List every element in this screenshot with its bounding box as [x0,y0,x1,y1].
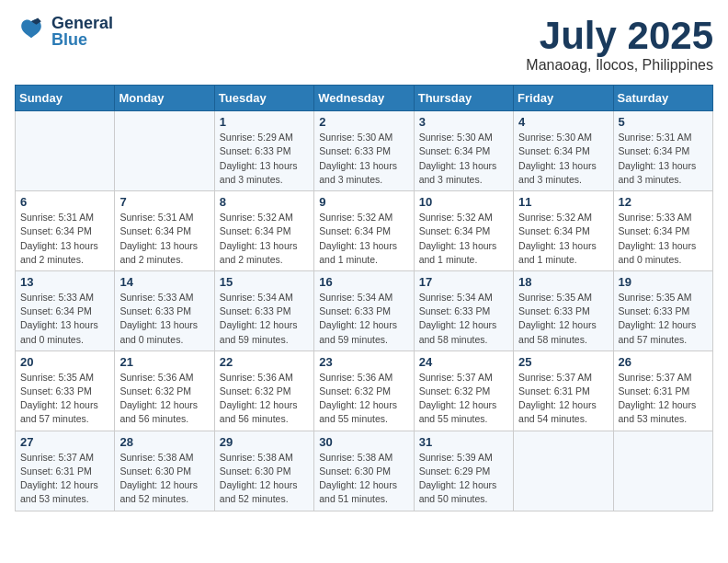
day-number: 19 [619,275,708,289]
day-info: Sunrise: 5:37 AM Sunset: 6:31 PM Dayligh… [518,371,608,427]
calendar-cell: 26Sunrise: 5:37 AM Sunset: 6:31 PM Dayli… [613,350,712,431]
logo-icon [15,15,48,48]
day-number: 25 [518,355,608,369]
calendar-cell: 30Sunrise: 5:38 AM Sunset: 6:30 PM Dayli… [314,431,414,511]
day-info: Sunrise: 5:38 AM Sunset: 6:30 PM Dayligh… [319,451,408,507]
day-number: 7 [119,195,209,209]
calendar-table: SundayMondayTuesdayWednesdayThursdayFrid… [15,85,713,511]
week-row-4: 20Sunrise: 5:35 AM Sunset: 6:33 PM Dayli… [16,350,713,431]
calendar-cell: 3Sunrise: 5:30 AM Sunset: 6:34 PM Daylig… [414,111,513,191]
calendar-cell: 17Sunrise: 5:34 AM Sunset: 6:33 PM Dayli… [414,270,513,350]
day-info: Sunrise: 5:30 AM Sunset: 6:34 PM Dayligh… [518,131,608,187]
col-header-tuesday: Tuesday [214,86,313,111]
calendar-cell: 14Sunrise: 5:33 AM Sunset: 6:33 PM Dayli… [115,270,214,350]
logo-text-block: General Blue [51,15,113,48]
logo: General Blue [15,15,113,48]
day-number: 9 [319,195,408,209]
page-header: General Blue July 2025 Manaoag, Ilocos, … [15,15,713,74]
day-info: Sunrise: 5:31 AM Sunset: 6:34 PM Dayligh… [619,131,708,187]
calendar-cell: 6Sunrise: 5:31 AM Sunset: 6:34 PM Daylig… [16,191,115,271]
day-info: Sunrise: 5:35 AM Sunset: 6:33 PM Dayligh… [518,291,608,347]
day-info: Sunrise: 5:34 AM Sunset: 6:33 PM Dayligh… [419,291,508,347]
day-number: 24 [419,355,508,369]
day-info: Sunrise: 5:31 AM Sunset: 6:34 PM Dayligh… [20,211,109,267]
day-info: Sunrise: 5:33 AM Sunset: 6:33 PM Dayligh… [119,291,209,347]
week-row-2: 6Sunrise: 5:31 AM Sunset: 6:34 PM Daylig… [16,191,713,271]
day-info: Sunrise: 5:32 AM Sunset: 6:34 PM Dayligh… [518,211,608,267]
day-number: 20 [20,355,109,369]
col-header-friday: Friday [514,86,613,111]
day-info: Sunrise: 5:35 AM Sunset: 6:33 PM Dayligh… [20,371,109,427]
col-header-saturday: Saturday [613,86,712,111]
week-row-1: 1Sunrise: 5:29 AM Sunset: 6:33 PM Daylig… [16,111,713,191]
day-number: 21 [119,355,209,369]
day-info: Sunrise: 5:36 AM Sunset: 6:32 PM Dayligh… [119,371,209,427]
calendar-cell: 18Sunrise: 5:35 AM Sunset: 6:33 PM Dayli… [514,270,613,350]
col-header-sunday: Sunday [16,86,115,111]
month-title: July 2025 [526,15,713,57]
calendar-cell: 23Sunrise: 5:36 AM Sunset: 6:32 PM Dayli… [314,350,414,431]
calendar-cell: 12Sunrise: 5:33 AM Sunset: 6:34 PM Dayli… [613,191,712,271]
day-info: Sunrise: 5:39 AM Sunset: 6:29 PM Dayligh… [419,451,508,507]
day-number: 2 [319,115,408,129]
col-header-wednesday: Wednesday [314,86,414,111]
day-number: 31 [419,435,508,449]
day-info: Sunrise: 5:34 AM Sunset: 6:33 PM Dayligh… [220,291,309,347]
day-info: Sunrise: 5:32 AM Sunset: 6:34 PM Dayligh… [220,211,309,267]
day-info: Sunrise: 5:35 AM Sunset: 6:33 PM Dayligh… [619,291,708,347]
calendar-header-row: SundayMondayTuesdayWednesdayThursdayFrid… [16,86,713,111]
day-info: Sunrise: 5:34 AM Sunset: 6:33 PM Dayligh… [319,291,408,347]
calendar-cell: 5Sunrise: 5:31 AM Sunset: 6:34 PM Daylig… [613,111,712,191]
calendar-cell: 4Sunrise: 5:30 AM Sunset: 6:34 PM Daylig… [514,111,613,191]
week-row-5: 27Sunrise: 5:37 AM Sunset: 6:31 PM Dayli… [16,431,713,511]
day-number: 15 [220,275,309,289]
logo-blue: Blue [51,31,113,48]
day-number: 28 [119,435,209,449]
day-number: 11 [518,195,608,209]
calendar-cell: 28Sunrise: 5:38 AM Sunset: 6:30 PM Dayli… [115,431,214,511]
day-number: 27 [20,435,109,449]
day-number: 23 [319,355,408,369]
location-title: Manaoag, Ilocos, Philippines [526,57,713,74]
day-number: 18 [518,275,608,289]
calendar-cell: 1Sunrise: 5:29 AM Sunset: 6:33 PM Daylig… [214,111,313,191]
day-number: 30 [319,435,408,449]
day-info: Sunrise: 5:32 AM Sunset: 6:34 PM Dayligh… [319,211,408,267]
day-info: Sunrise: 5:29 AM Sunset: 6:33 PM Dayligh… [220,131,309,187]
calendar-cell: 16Sunrise: 5:34 AM Sunset: 6:33 PM Dayli… [314,270,414,350]
calendar-cell: 27Sunrise: 5:37 AM Sunset: 6:31 PM Dayli… [16,431,115,511]
day-info: Sunrise: 5:33 AM Sunset: 6:34 PM Dayligh… [20,291,109,347]
day-info: Sunrise: 5:37 AM Sunset: 6:32 PM Dayligh… [419,371,508,427]
day-number: 1 [220,115,309,129]
calendar-cell: 11Sunrise: 5:32 AM Sunset: 6:34 PM Dayli… [514,191,613,271]
calendar-cell [514,431,613,511]
calendar-cell: 20Sunrise: 5:35 AM Sunset: 6:33 PM Dayli… [16,350,115,431]
calendar-cell: 19Sunrise: 5:35 AM Sunset: 6:33 PM Dayli… [613,270,712,350]
title-block: July 2025 Manaoag, Ilocos, Philippines [526,15,713,74]
calendar-cell: 15Sunrise: 5:34 AM Sunset: 6:33 PM Dayli… [214,270,313,350]
calendar-cell: 13Sunrise: 5:33 AM Sunset: 6:34 PM Dayli… [16,270,115,350]
logo-general: General [51,15,113,31]
day-info: Sunrise: 5:38 AM Sunset: 6:30 PM Dayligh… [119,451,209,507]
calendar-cell: 9Sunrise: 5:32 AM Sunset: 6:34 PM Daylig… [314,191,414,271]
calendar-cell: 21Sunrise: 5:36 AM Sunset: 6:32 PM Dayli… [115,350,214,431]
calendar-cell [16,111,115,191]
day-info: Sunrise: 5:32 AM Sunset: 6:34 PM Dayligh… [419,211,508,267]
calendar-cell: 29Sunrise: 5:38 AM Sunset: 6:30 PM Dayli… [214,431,313,511]
day-number: 22 [220,355,309,369]
day-info: Sunrise: 5:30 AM Sunset: 6:33 PM Dayligh… [319,131,408,187]
col-header-thursday: Thursday [414,86,513,111]
week-row-3: 13Sunrise: 5:33 AM Sunset: 6:34 PM Dayli… [16,270,713,350]
day-number: 4 [518,115,608,129]
calendar-cell: 2Sunrise: 5:30 AM Sunset: 6:33 PM Daylig… [314,111,414,191]
day-number: 26 [619,355,708,369]
calendar-cell: 7Sunrise: 5:31 AM Sunset: 6:34 PM Daylig… [115,191,214,271]
day-info: Sunrise: 5:33 AM Sunset: 6:34 PM Dayligh… [619,211,708,267]
day-number: 10 [419,195,508,209]
day-number: 14 [119,275,209,289]
day-number: 5 [619,115,708,129]
day-number: 29 [220,435,309,449]
day-info: Sunrise: 5:37 AM Sunset: 6:31 PM Dayligh… [20,451,109,507]
day-info: Sunrise: 5:36 AM Sunset: 6:32 PM Dayligh… [319,371,408,427]
calendar-cell: 31Sunrise: 5:39 AM Sunset: 6:29 PM Dayli… [414,431,513,511]
